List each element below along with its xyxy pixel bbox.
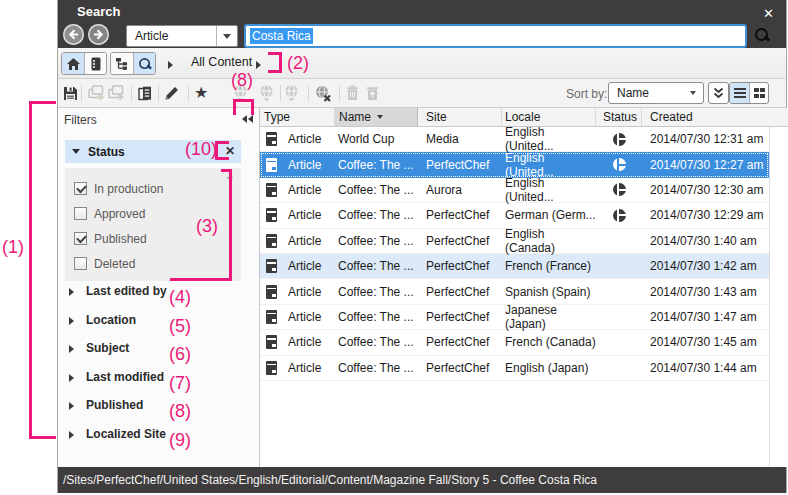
search-input[interactable]: Costa Rica — [244, 24, 747, 48]
home-button-group — [61, 52, 107, 75]
column-header-created[interactable]: Created — [642, 108, 769, 126]
sort-dropdown[interactable]: Name — [608, 82, 704, 104]
screenshot-stage: Search ✕ Article Costa Rica — [0, 0, 788, 495]
table-row[interactable]: ArticleCoffee: The ...PerfectChefFrench … — [260, 330, 769, 355]
add-version-button-disabled[interactable] — [88, 84, 105, 102]
checkbox[interactable] — [74, 182, 87, 195]
close-icon[interactable]: ✕ — [763, 6, 774, 21]
column-header-status[interactable]: Status — [596, 108, 642, 126]
breadcrumb[interactable]: All Content — [191, 55, 252, 69]
add-translation-button-disabled[interactable] — [108, 84, 125, 102]
cell-locale: English (United... — [502, 178, 596, 202]
sort-direction-button[interactable] — [708, 82, 729, 104]
search-query-selected-text: Costa Rica — [250, 28, 313, 44]
filter-option[interactable]: In production — [65, 176, 241, 201]
trash-restore-icon — [366, 85, 379, 101]
edit-button[interactable] — [164, 84, 181, 102]
chevron-right-icon — [69, 402, 74, 410]
filters-panel: Filters Status ✕ In productionApprovedPu… — [58, 108, 260, 467]
filter-section-location[interactable]: Location — [58, 313, 259, 342]
callout-2: (2) — [287, 53, 309, 73]
table-row[interactable]: ArticleCoffee: The ...PerfectChefFrench … — [260, 254, 769, 279]
chevron-right-icon[interactable] — [168, 61, 173, 69]
cell-site: PerfectChef — [418, 203, 502, 227]
search-icon[interactable] — [754, 27, 770, 43]
chevron-right-icon — [69, 288, 74, 296]
type-label: Article — [288, 310, 321, 324]
panel-view-button[interactable] — [84, 53, 106, 74]
column-header-site[interactable]: Site — [418, 108, 502, 126]
tree-view-button[interactable] — [111, 53, 133, 74]
grid-view-button[interactable] — [749, 83, 768, 103]
column-header-locale[interactable]: Locale — [502, 108, 596, 126]
globe-action-button-disabled[interactable] — [258, 84, 275, 102]
table-row[interactable]: ArticleCoffee: The ...PerfectChefSpanish… — [260, 279, 769, 304]
chevron-down-icon — [72, 149, 80, 154]
dropdown-arrow-zone[interactable] — [216, 26, 237, 46]
home-icon — [67, 58, 80, 70]
checkbox[interactable] — [74, 232, 87, 245]
checkbox[interactable] — [74, 207, 87, 220]
callout-3-bracket — [221, 169, 232, 281]
cell-locale: Japanese (Japan) — [502, 305, 596, 329]
table-right-gutter — [769, 127, 770, 467]
restore-button-disabled[interactable] — [366, 84, 379, 102]
favorite-button[interactable]: ★ — [194, 84, 208, 102]
workflow-status-icon — [613, 158, 626, 171]
panel-icon — [91, 57, 101, 71]
callout-3-bracket-arm — [170, 278, 232, 281]
filter-section-last-modified[interactable]: Last modified — [58, 370, 259, 399]
forward-button[interactable] — [88, 24, 109, 45]
globe-action2-button-disabled[interactable] — [283, 84, 300, 102]
globe-down-icon — [258, 84, 275, 102]
filters-title: Filters — [64, 113, 97, 127]
cell-type: Article — [260, 178, 335, 202]
table-row[interactable]: ArticleCoffee: The ...AuroraEnglish (Uni… — [260, 178, 769, 203]
search-icon — [138, 57, 152, 71]
back-button[interactable] — [63, 24, 84, 45]
unpublish-button[interactable] — [314, 84, 332, 102]
trash-icon — [346, 85, 359, 101]
cell-type: Article — [260, 305, 335, 329]
callout-5: (5) — [169, 316, 191, 336]
type-label: Article — [288, 234, 321, 248]
breadcrumb-right-arrow — [256, 58, 261, 72]
properties-button[interactable] — [138, 84, 152, 102]
table-row[interactable]: ArticleCoffee: The ...PerfectChefJapanes… — [260, 305, 769, 330]
type-label: Article — [288, 285, 321, 299]
checkbox[interactable] — [74, 257, 87, 270]
search-type-dropdown[interactable]: Article — [126, 25, 238, 47]
delete-button-disabled[interactable] — [346, 84, 359, 102]
filter-section-localized-site[interactable]: Localized Site — [58, 427, 259, 456]
filter-section-published[interactable]: Published — [58, 398, 259, 427]
cell-name: Coffee: The ... — [335, 330, 418, 354]
table-row[interactable]: ArticleWorld CupMediaEnglish (United...2… — [260, 127, 769, 152]
table-row[interactable]: ArticleCoffee: The ...PerfectChefGerman … — [260, 203, 769, 228]
article-icon — [266, 259, 277, 273]
double-chevron-left-icon — [242, 115, 247, 123]
table-row[interactable]: ArticleCoffee: The ...PerfectChefEnglish… — [260, 356, 769, 381]
cell-type: Article — [260, 330, 335, 354]
chevron-right-icon[interactable] — [256, 61, 261, 69]
table-row[interactable]: ArticleCoffee: The ...PerfectChefEnglish… — [260, 229, 769, 254]
collapse-panel-button[interactable] — [242, 115, 253, 123]
cell-site: PerfectChef — [418, 330, 502, 354]
filter-option[interactable]: Deleted — [65, 251, 241, 276]
save-button[interactable] — [63, 84, 78, 102]
search-view-button[interactable] — [133, 53, 155, 74]
column-header-name[interactable]: Name — [335, 108, 418, 126]
filter-section-last-edited-by[interactable]: Last edited by — [58, 284, 259, 313]
results-table: Type Name Site Locale Status Created Art… — [260, 108, 788, 467]
column-header-type[interactable]: Type — [260, 108, 335, 126]
filter-section-subject[interactable]: Subject — [58, 341, 259, 370]
filter-section-label: Subject — [86, 341, 129, 355]
view-toggle-group — [729, 82, 769, 104]
table-row[interactable]: ArticleCoffee: The ...PerfectChefEnglish… — [260, 152, 769, 177]
status-section-label: Status — [88, 145, 125, 159]
double-chevron-left-icon — [248, 115, 253, 123]
home-button[interactable] — [62, 53, 84, 74]
tree-search-button-group — [110, 52, 156, 75]
cell-locale: English (United... — [502, 152, 596, 176]
list-view-button[interactable] — [730, 83, 749, 103]
chevron-down-icon — [223, 34, 231, 39]
